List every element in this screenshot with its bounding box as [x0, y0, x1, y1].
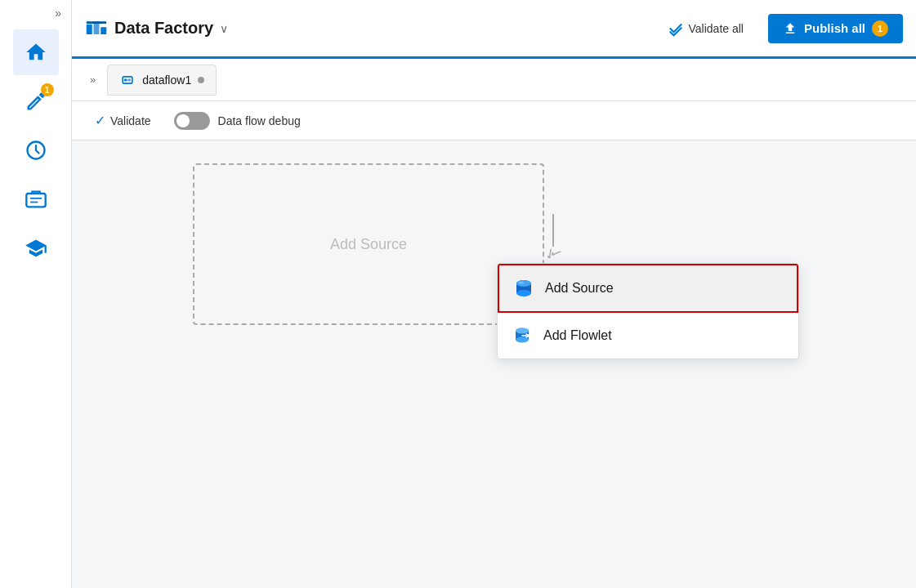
- canvas: Add Source ✓ ✓: [72, 140, 916, 588]
- sidebar-collapse-area: »: [0, 7, 71, 20]
- publish-icon: [783, 21, 798, 36]
- debug-toggle[interactable]: [174, 112, 210, 130]
- connector-line: [552, 214, 554, 247]
- svg-point-19: [516, 328, 529, 334]
- validate-check-icon: ✓: [95, 113, 105, 128]
- debug-toggle-group: Data flow debug: [174, 112, 301, 130]
- tab-modified-dot: [198, 77, 204, 83]
- svg-point-14: [516, 280, 531, 287]
- svg-point-9: [128, 78, 131, 81]
- manage-icon: [25, 188, 47, 211]
- validate-all-icon: [668, 20, 684, 37]
- monitor-icon: [25, 139, 47, 162]
- tab-label: dataflow1: [142, 74, 191, 87]
- svg-rect-1: [26, 194, 45, 207]
- sidebar: » 1: [0, 0, 72, 588]
- svg-rect-4: [87, 24, 92, 33]
- collapse-icon[interactable]: »: [55, 7, 61, 20]
- tab-bar: » dataflow1: [72, 59, 916, 101]
- toggle-thumb: [176, 114, 190, 127]
- publish-all-button[interactable]: Publish all 1: [768, 14, 903, 43]
- dropdown-item-add-source[interactable]: Add Source: [498, 264, 798, 313]
- add-source-label: Add Source: [545, 281, 614, 296]
- learn-icon: [25, 237, 47, 260]
- debug-label: Data flow debug: [218, 114, 301, 127]
- sidebar-item-author[interactable]: 1: [13, 78, 59, 124]
- add-source-icon: [512, 277, 535, 300]
- dropdown-menu: Add Source Add Flowlet: [497, 263, 799, 359]
- connector: ✓ ✓: [544, 214, 562, 261]
- publish-badge: 1: [872, 20, 888, 37]
- add-flowlet-icon: [511, 324, 534, 347]
- add-flowlet-label: Add Flowlet: [543, 328, 612, 343]
- home-icon: [25, 41, 47, 64]
- tab-expand-icon[interactable]: »: [85, 70, 101, 89]
- sidebar-item-learn[interactable]: [13, 225, 59, 271]
- toolbar: ✓ Validate Data flow debug: [72, 101, 916, 140]
- svg-point-15: [519, 282, 524, 284]
- sidebar-item-monitor[interactable]: [13, 127, 59, 173]
- svg-rect-7: [87, 21, 107, 24]
- main-area: Data Factory ∨ Validate all Publish all …: [72, 0, 916, 588]
- header: Data Factory ∨ Validate all Publish all …: [72, 0, 916, 59]
- sidebar-item-home[interactable]: [13, 29, 59, 75]
- author-badge: 1: [41, 83, 54, 96]
- validate-button[interactable]: ✓ Validate: [88, 109, 158, 131]
- svg-rect-6: [101, 27, 106, 34]
- header-title-area: Data Factory ∨: [85, 17, 643, 40]
- svg-point-8: [124, 78, 127, 81]
- tab-dataflow1[interactable]: dataflow1: [107, 65, 217, 96]
- validate-all-button[interactable]: Validate all: [656, 16, 755, 42]
- svg-point-13: [516, 290, 531, 296]
- dataflow-icon: [119, 72, 136, 88]
- header-chevron-icon[interactable]: ∨: [220, 22, 228, 35]
- add-source-placeholder: Add Source: [330, 236, 407, 253]
- add-source-box[interactable]: Add Source: [193, 163, 544, 325]
- data-factory-icon: [85, 17, 108, 40]
- svg-point-18: [516, 337, 529, 343]
- sidebar-item-manage[interactable]: [13, 176, 59, 222]
- dropdown-item-add-flowlet[interactable]: Add Flowlet: [498, 313, 798, 359]
- header-title: Data Factory: [114, 19, 213, 38]
